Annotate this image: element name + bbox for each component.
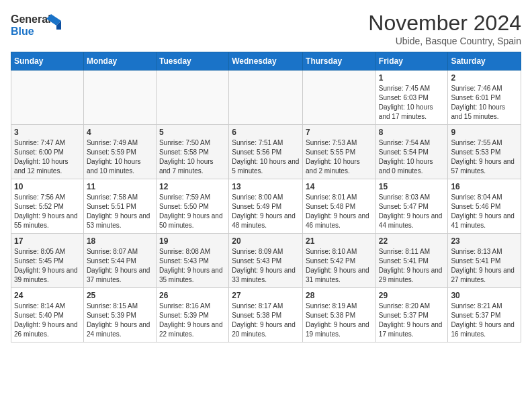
calendar-cell: 5Sunrise: 7:50 AM Sunset: 5:58 PM Daylig… [156,125,228,179]
day-number: 1 [379,73,445,83]
day-number: 16 [451,182,518,191]
logo: GeneralBlue [11,11,64,38]
calendar-cell: 3Sunrise: 7:47 AM Sunset: 6:00 PM Daylig… [11,125,84,179]
day-number: 21 [306,236,373,246]
day-info: Sunrise: 8:01 AM Sunset: 5:48 PM Dayligh… [306,193,373,230]
day-number: 13 [232,182,300,191]
calendar-cell: 26Sunrise: 8:16 AM Sunset: 5:39 PM Dayli… [156,288,228,342]
day-number: 5 [159,128,226,137]
day-number: 11 [87,182,153,191]
calendar-cell: 4Sunrise: 7:49 AM Sunset: 5:59 PM Daylig… [83,125,156,179]
day-number: 2 [451,73,518,83]
calendar-cell: 8Sunrise: 7:54 AM Sunset: 5:54 PM Daylig… [375,125,448,179]
col-header-saturday: Saturday [448,52,521,71]
day-info: Sunrise: 7:54 AM Sunset: 5:54 PM Dayligh… [379,138,445,176]
day-info: Sunrise: 8:21 AM Sunset: 5:37 PM Dayligh… [451,302,518,339]
day-info: Sunrise: 8:07 AM Sunset: 5:44 PM Dayligh… [87,247,153,285]
calendar-cell: 23Sunrise: 8:13 AM Sunset: 5:41 PM Dayli… [448,234,521,288]
day-info: Sunrise: 8:03 AM Sunset: 5:47 PM Dayligh… [379,193,445,230]
svg-text:General: General [11,13,51,25]
svg-text:Blue: Blue [11,26,34,37]
col-header-wednesday: Wednesday [229,52,303,71]
calendar-cell: 11Sunrise: 7:58 AM Sunset: 5:51 PM Dayli… [83,179,156,234]
calendar-cell: 24Sunrise: 8:14 AM Sunset: 5:40 PM Dayli… [11,288,84,342]
day-number: 28 [306,291,373,300]
day-info: Sunrise: 8:05 AM Sunset: 5:45 PM Dayligh… [14,247,81,285]
day-number: 18 [87,236,153,246]
day-info: Sunrise: 8:20 AM Sunset: 5:37 PM Dayligh… [379,302,445,339]
calendar-cell: 7Sunrise: 7:53 AM Sunset: 5:55 PM Daylig… [303,125,376,179]
day-number: 10 [14,182,81,191]
day-number: 6 [232,128,300,137]
day-info: Sunrise: 7:58 AM Sunset: 5:51 PM Dayligh… [87,193,153,230]
day-number: 30 [451,291,518,300]
calendar-cell: 29Sunrise: 8:20 AM Sunset: 5:37 PM Dayli… [375,288,448,342]
col-header-friday: Friday [375,52,448,71]
day-number: 14 [306,182,373,191]
calendar-cell: 16Sunrise: 8:04 AM Sunset: 5:46 PM Dayli… [448,179,521,234]
calendar-week-row: 3Sunrise: 7:47 AM Sunset: 6:00 PM Daylig… [11,125,521,179]
calendar-cell [229,71,303,125]
calendar-cell: 30Sunrise: 8:21 AM Sunset: 5:37 PM Dayli… [448,288,521,342]
day-number: 27 [232,291,300,300]
day-info: Sunrise: 8:00 AM Sunset: 5:49 PM Dayligh… [232,193,300,230]
calendar-cell: 15Sunrise: 8:03 AM Sunset: 5:47 PM Dayli… [375,179,448,234]
day-info: Sunrise: 7:50 AM Sunset: 5:58 PM Dayligh… [159,138,226,176]
calendar-cell: 12Sunrise: 7:59 AM Sunset: 5:50 PM Dayli… [156,179,228,234]
day-info: Sunrise: 8:09 AM Sunset: 5:43 PM Dayligh… [232,247,300,285]
day-info: Sunrise: 8:14 AM Sunset: 5:40 PM Dayligh… [14,302,81,339]
calendar-week-row: 17Sunrise: 8:05 AM Sunset: 5:45 PM Dayli… [11,234,521,288]
day-number: 8 [379,128,445,137]
day-info: Sunrise: 8:04 AM Sunset: 5:46 PM Dayligh… [451,193,518,230]
title-area: November 2024 Ubide, Basque Country, Spa… [368,11,521,46]
header: GeneralBlue November 2024 Ubide, Basque … [11,11,521,46]
calendar-cell: 18Sunrise: 8:07 AM Sunset: 5:44 PM Dayli… [83,234,156,288]
col-header-sunday: Sunday [11,52,84,71]
day-number: 15 [379,182,445,191]
day-info: Sunrise: 8:08 AM Sunset: 5:43 PM Dayligh… [159,247,226,285]
calendar-cell: 19Sunrise: 8:08 AM Sunset: 5:43 PM Dayli… [156,234,228,288]
calendar-week-row: 1Sunrise: 7:45 AM Sunset: 6:03 PM Daylig… [11,71,521,125]
calendar-cell: 17Sunrise: 8:05 AM Sunset: 5:45 PM Dayli… [11,234,84,288]
day-number: 23 [451,236,518,246]
day-info: Sunrise: 7:59 AM Sunset: 5:50 PM Dayligh… [159,193,226,230]
calendar-cell [303,71,376,125]
day-number: 7 [306,128,373,137]
calendar-cell: 2Sunrise: 7:46 AM Sunset: 6:01 PM Daylig… [448,71,521,125]
day-info: Sunrise: 7:51 AM Sunset: 5:56 PM Dayligh… [232,138,300,176]
day-number: 29 [379,291,445,300]
day-info: Sunrise: 7:53 AM Sunset: 5:55 PM Dayligh… [306,138,373,176]
calendar-cell [83,71,156,125]
calendar-cell: 1Sunrise: 7:45 AM Sunset: 6:03 PM Daylig… [375,71,448,125]
calendar-cell: 22Sunrise: 8:11 AM Sunset: 5:41 PM Dayli… [375,234,448,288]
col-header-thursday: Thursday [303,52,376,71]
calendar-cell [11,71,84,125]
day-info: Sunrise: 7:49 AM Sunset: 5:59 PM Dayligh… [87,138,153,176]
day-number: 24 [14,291,81,300]
day-number: 20 [232,236,300,246]
day-number: 4 [87,128,153,137]
day-number: 22 [379,236,445,246]
day-info: Sunrise: 7:46 AM Sunset: 6:01 PM Dayligh… [451,84,518,122]
day-info: Sunrise: 7:56 AM Sunset: 5:52 PM Dayligh… [14,193,81,230]
day-info: Sunrise: 8:19 AM Sunset: 5:38 PM Dayligh… [306,302,373,339]
day-info: Sunrise: 8:17 AM Sunset: 5:38 PM Dayligh… [232,302,300,339]
calendar-cell: 28Sunrise: 8:19 AM Sunset: 5:38 PM Dayli… [303,288,376,342]
calendar-week-row: 10Sunrise: 7:56 AM Sunset: 5:52 PM Dayli… [11,179,521,234]
day-info: Sunrise: 8:15 AM Sunset: 5:39 PM Dayligh… [87,302,153,339]
calendar-cell: 6Sunrise: 7:51 AM Sunset: 5:56 PM Daylig… [229,125,303,179]
calendar-cell: 14Sunrise: 8:01 AM Sunset: 5:48 PM Dayli… [303,179,376,234]
calendar-cell [156,71,228,125]
calendar-header-row: SundayMondayTuesdayWednesdayThursdayFrid… [11,52,521,71]
calendar-cell: 9Sunrise: 7:55 AM Sunset: 5:53 PM Daylig… [448,125,521,179]
day-info: Sunrise: 7:55 AM Sunset: 5:53 PM Dayligh… [451,138,518,176]
calendar-cell: 25Sunrise: 8:15 AM Sunset: 5:39 PM Dayli… [83,288,156,342]
day-info: Sunrise: 7:45 AM Sunset: 6:03 PM Dayligh… [379,84,445,122]
calendar-table: SundayMondayTuesdayWednesdayThursdayFrid… [11,52,521,342]
calendar-cell: 10Sunrise: 7:56 AM Sunset: 5:52 PM Dayli… [11,179,84,234]
day-info: Sunrise: 8:10 AM Sunset: 5:42 PM Dayligh… [306,247,373,285]
calendar-cell: 20Sunrise: 8:09 AM Sunset: 5:43 PM Dayli… [229,234,303,288]
day-number: 3 [14,128,81,137]
location-subtitle: Ubide, Basque Country, Spain [368,36,521,46]
day-info: Sunrise: 8:16 AM Sunset: 5:39 PM Dayligh… [159,302,226,339]
